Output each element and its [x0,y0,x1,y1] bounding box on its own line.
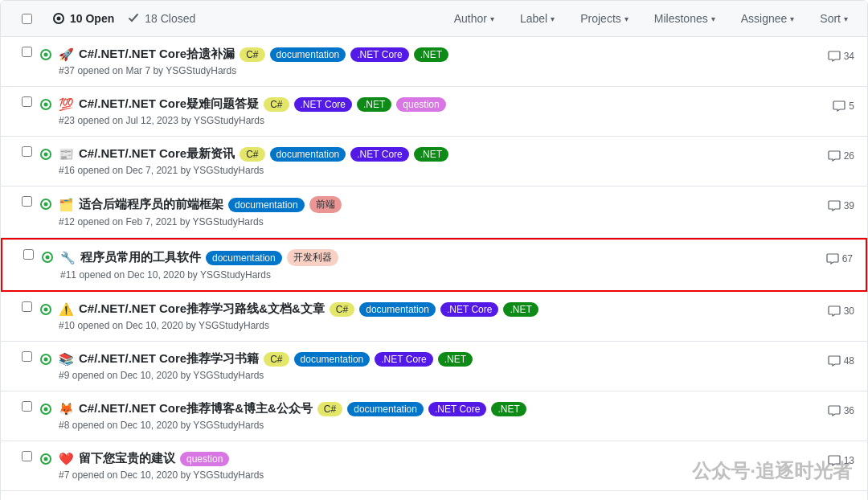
issue-label[interactable]: .NET Core [350,147,408,162]
issue-comment-count[interactable]: 36 [828,403,854,417]
issue-checkbox[interactable] [23,249,34,260]
header-left: 10 Open 18 Closed [14,12,448,25]
issue-comment-count[interactable]: 30 [828,303,854,318]
issue-checkbox-col[interactable] [14,196,39,207]
issue-title[interactable]: 🗂️ 适合后端程序员的前端框架 documentation前端 [59,196,815,213]
assignee-chevron-icon: ▾ [790,14,794,23]
issue-label[interactable]: C# [330,302,354,317]
issues-header: 10 Open 18 Closed Author ▾ Label ▾ Proje… [1,1,867,37]
issue-author[interactable]: YSGStudyHards [193,469,264,481]
issue-label[interactable]: .NET [438,352,473,367]
issue-open-icon [39,353,52,369]
issue-author[interactable]: YSGStudyHards [200,269,271,281]
issue-label[interactable]: documentation [228,198,305,212]
comment-icon [833,100,845,113]
author-filter[interactable]: Author ▾ [448,9,501,28]
issue-number: #10 [59,320,75,331]
issue-checkbox-col[interactable] [14,47,39,57]
issue-checkbox[interactable] [22,47,32,57]
issue-label[interactable]: .NET Core [375,352,432,367]
svg-point-3 [44,53,48,57]
comment-icon [828,305,841,318]
issue-emoji: 🦊 [59,402,74,416]
issue-checkbox[interactable] [22,451,32,461]
label-filter-label: Label [520,12,547,25]
issue-checkbox[interactable] [22,146,32,157]
issue-label[interactable]: .NET Core [428,402,486,416]
issue-checkbox-col[interactable] [14,301,39,312]
issue-author[interactable]: YSGStudyHards [199,320,269,331]
issue-checkbox-col[interactable] [14,401,39,412]
issue-author[interactable]: YSGStudyHards [193,216,264,227]
closed-count-text: 18 Closed [145,12,195,25]
issue-checkbox-col[interactable] [14,451,39,461]
projects-filter[interactable]: Projects ▾ [574,9,635,28]
issue-comment-count[interactable]: 26 [828,148,854,162]
issue-label[interactable]: .NET [503,302,538,317]
issue-content: 🦊 C#/.NET/.NET Core推荐博客&博主&公众号 C#documen… [59,401,815,431]
issue-label[interactable]: C# [264,352,289,367]
milestones-filter[interactable]: Milestones ▾ [648,9,722,28]
issue-label[interactable]: 开发利器 [287,249,338,266]
issue-comment-count[interactable]: 39 [828,198,854,212]
issue-number: #16 [59,165,75,176]
issue-author[interactable]: YSGStudyHards [193,420,264,431]
issue-author[interactable]: YSGStudyHards [193,370,264,381]
issue-comment-count[interactable]: 67 [826,251,853,265]
issue-checkbox-col[interactable] [14,351,39,362]
issue-label[interactable]: .NET [414,147,448,162]
open-count[interactable]: 10 Open [52,12,114,25]
closed-count[interactable]: 18 Closed [127,12,195,25]
issue-label[interactable]: C# [264,97,289,112]
issue-title[interactable]: 🚀 C#/.NET/.NET Core拾遗补漏 C#documentation.… [59,47,815,62]
issue-label[interactable]: question [396,97,445,112]
issue-author[interactable]: YSGStudyHards [166,65,236,76]
issue-label[interactable]: documentation [359,302,436,317]
issue-label[interactable]: C# [240,147,264,162]
issue-number: #11 [60,269,76,281]
issue-label[interactable]: documentation [270,47,346,62]
issue-title[interactable]: 🔧 程序员常用的工具软件 documentation开发利器 [60,249,813,266]
issue-label[interactable]: documentation [206,251,282,265]
issue-label[interactable]: documentation [270,147,346,162]
issue-checkbox-col[interactable] [14,146,39,157]
issue-title[interactable]: 📰 C#/.NET/.NET Core最新资讯 C#documentation.… [59,146,815,162]
issue-title[interactable]: 💯 C#/.NET/.NET Core疑难问题答疑 C#.NET Core.NE… [59,96,820,112]
select-all-checkbox-col[interactable] [14,14,39,24]
issue-checkbox[interactable] [22,401,32,412]
issue-title[interactable]: 📚 C#/.NET/.NET Core推荐学习书籍 C#documentatio… [59,351,815,367]
issue-label[interactable]: .NET [357,97,391,112]
issue-label[interactable]: .NET Core [294,97,352,112]
issue-author[interactable]: YSGStudyHards [194,115,264,126]
issue-label[interactable]: 前端 [309,196,342,213]
issue-label[interactable]: .NET [414,47,448,62]
issue-checkbox[interactable] [22,301,32,312]
issue-label[interactable]: C# [240,47,264,62]
issue-label[interactable]: C# [317,402,342,416]
select-all-checkbox[interactable] [22,14,32,24]
issue-title[interactable]: ⚠️ C#/.NET/.NET Core推荐学习路线&文档&文章 C#docum… [59,301,815,317]
issue-label[interactable]: question [180,452,229,466]
issue-checkbox[interactable] [22,96,32,107]
issue-open-icon [41,251,54,267]
issue-comment-count[interactable]: 48 [828,353,854,367]
issue-checkbox[interactable] [22,351,32,362]
issue-label[interactable]: .NET [491,402,526,416]
issue-comment-count[interactable]: 5 [833,98,854,113]
issue-checkbox-col[interactable] [14,96,39,107]
issue-label[interactable]: .NET Core [350,47,408,62]
issue-label[interactable]: .NET Core [440,302,498,317]
issue-author[interactable]: YSGStudyHards [193,165,264,176]
issue-comment-count[interactable]: 34 [828,48,854,63]
issue-checkbox[interactable] [22,196,32,207]
issue-label[interactable]: documentation [294,352,371,367]
issue-checkbox-col[interactable] [15,249,41,260]
comment-count-text: 48 [844,355,854,367]
issue-label[interactable]: documentation [347,402,424,416]
sort-filter[interactable]: Sort ▾ [813,9,854,28]
label-filter[interactable]: Label ▾ [514,9,561,28]
issue-meta: #37 opened on Mar 7 by YSGStudyHards [59,65,815,76]
assignee-filter[interactable]: Assignee ▾ [735,9,801,28]
issue-number: #7 [59,469,69,481]
issue-title[interactable]: 🦊 C#/.NET/.NET Core推荐博客&博主&公众号 C#documen… [59,401,815,416]
